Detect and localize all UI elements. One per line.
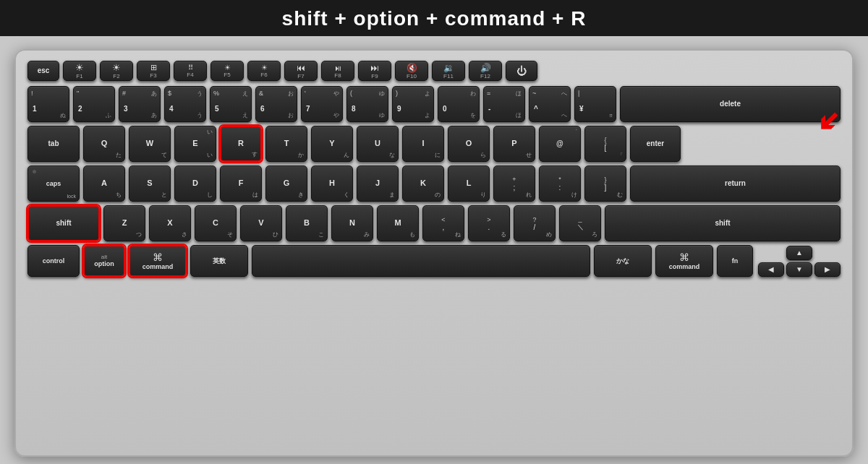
key-q[interactable]: Q た [83,126,125,162]
key-y[interactable]: Y ん [311,126,353,162]
keyboard: esc ☀ F1 ☀ F2 ⊞ F3 ⠿ F4 ☀ F5 ☀ F6 ⏮ F7 [14,49,854,457]
top-bar: shift + option + command + R [0,0,868,36]
key-colon[interactable]: * : け [539,166,581,202]
key-c[interactable]: C そ [195,205,237,241]
key-f5[interactable]: ☀ F5 [210,61,244,81]
key-d[interactable]: D し [174,166,216,202]
key-semicolon[interactable]: + ; れ [493,166,535,202]
key-h[interactable]: H く [311,166,353,202]
key-3[interactable]: #あ 3 あ [119,86,161,122]
key-g[interactable]: G き [265,166,307,202]
key-i[interactable]: I に [402,126,444,162]
key-yen[interactable]: | ¥ ⠿ [574,86,616,122]
key-m[interactable]: M も [377,205,419,241]
key-4[interactable]: $う 4 う [164,86,206,122]
key-e[interactable]: E い い [174,126,216,162]
key-f2[interactable]: ☀ F2 [100,61,133,81]
key-0[interactable]: わ 0 を [438,86,480,122]
key-u[interactable]: U な [357,126,399,162]
key-enter[interactable]: enter [630,126,681,162]
key-f1[interactable]: ☀ F1 [63,61,96,81]
key-option[interactable]: alt option [83,245,125,277]
key-b[interactable]: B こ [286,205,328,241]
arrow-cluster: ▲ ◀ ▼ ▶ [758,246,841,277]
key-bracket-open[interactable]: { [ 「 [584,126,626,162]
number-row: ! 1 ぬ " 2 ふ #あ 3 あ $う 4 う %え 5 え &お 6 お [27,86,841,122]
key-return[interactable]: return [630,166,841,202]
zxcv-row: shift Z つ X さ C そ V ひ B こ N み M も [27,205,841,241]
key-v[interactable]: V ひ [240,205,282,241]
asdf-row: caps lock A ち S と D し F は G き H く J ま [27,166,841,202]
key-f6[interactable]: ☀ F6 [247,61,281,81]
key-a[interactable]: A ち [83,166,125,202]
key-command-right[interactable]: ⌘ command [655,245,713,277]
key-bracket-close[interactable]: } ] む [584,166,626,202]
shortcut-label: shift + option + command + R [282,7,587,30]
key-minus[interactable]: =ほ - ほ [483,86,525,122]
key-f11[interactable]: 🔉 F11 [432,61,465,81]
key-2[interactable]: " 2 ふ [73,86,115,122]
key-caret[interactable]: ~へ ^ へ [529,86,571,122]
key-w[interactable]: W て [129,126,171,162]
key-fn[interactable]: fn [717,245,753,277]
key-f12[interactable]: 🔊 F12 [469,61,502,81]
key-comma[interactable]: < , ね [422,205,464,241]
key-f[interactable]: F は [220,166,262,202]
key-p[interactable]: P せ [493,126,535,162]
key-shift-right[interactable]: shift [605,205,841,241]
key-space[interactable] [252,245,590,277]
key-k[interactable]: K の [402,166,444,202]
key-caps[interactable]: caps lock [27,166,80,202]
key-arrow-down[interactable]: ▼ [786,262,812,277]
key-x[interactable]: X さ [149,205,191,241]
key-f7[interactable]: ⏮ F7 [284,61,318,81]
key-backslash[interactable]: _ ＼ ろ [559,205,601,241]
fn-row: esc ☀ F1 ☀ F2 ⊞ F3 ⠿ F4 ☀ F5 ☀ F6 ⏮ F7 [27,61,841,81]
key-f9[interactable]: ⏭ F9 [358,61,391,81]
key-f10[interactable]: 🔇 F10 [395,61,428,81]
key-period[interactable]: > . る [468,205,510,241]
key-n[interactable]: N み [331,205,373,241]
bottom-row: control alt option ⌘ command 英数 かな ⌘ com… [27,245,841,277]
key-arrow-up[interactable]: ▲ [786,246,812,260]
key-esc[interactable]: esc [27,61,59,81]
qwerty-row: tab Q た W て E い い R す T か Y ん U な [27,126,841,162]
key-shift-left[interactable]: shift [27,205,100,241]
key-j[interactable]: J ま [357,166,399,202]
key-z[interactable]: Z つ [103,205,145,241]
key-f4[interactable]: ⠿ F4 [174,61,207,81]
key-slash[interactable]: ? / め [514,205,556,241]
key-control[interactable]: control [27,245,80,277]
key-t[interactable]: T か [265,126,307,162]
key-9[interactable]: )よ 9 よ [392,86,434,122]
key-5[interactable]: %え 5 え [210,86,252,122]
key-6[interactable]: &お 6 お [255,86,297,122]
key-delete[interactable]: delete [620,86,841,122]
key-7[interactable]: 'や 7 や [301,86,343,122]
key-arrow-right[interactable]: ▶ [814,262,841,277]
key-1[interactable]: ! 1 ぬ [27,86,69,122]
key-o[interactable]: O ら [448,126,490,162]
key-kana[interactable]: かな [594,245,652,277]
key-f3[interactable]: ⊞ F3 [137,61,170,81]
key-at[interactable]: @ ゛ [539,126,581,162]
key-arrow-left[interactable]: ◀ [758,262,784,277]
key-power[interactable]: ⏻ [506,61,537,81]
key-r[interactable]: R す [220,126,262,162]
key-l[interactable]: L り [448,166,490,202]
key-command-left[interactable]: ⌘ command [129,245,187,277]
key-8[interactable]: (ゆ 8 ゆ [346,86,388,122]
key-eisu[interactable]: 英数 [190,245,248,277]
key-tab[interactable]: tab [27,126,80,162]
key-f8[interactable]: ⏯ F8 [321,61,354,81]
key-s[interactable]: S と [129,166,171,202]
